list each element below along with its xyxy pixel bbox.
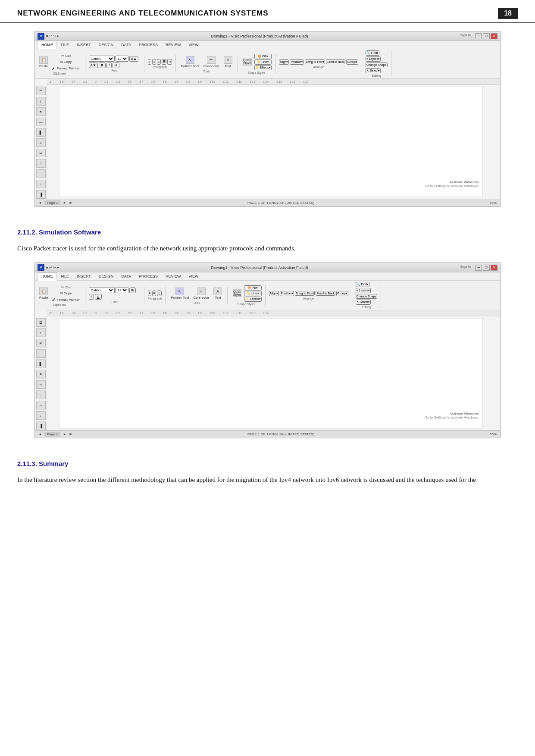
change-shape-button[interactable]: Change Shape — [366, 62, 388, 67]
window-controls[interactable]: Sign in ─ □ ✕ — [460, 33, 497, 39]
tab-design[interactable]: DESIGN — [95, 41, 118, 49]
panel-btn-10-2[interactable]: ↓ — [36, 411, 46, 420]
tab-data-2[interactable]: DATA — [117, 272, 135, 280]
bring-front-button-2[interactable]: Bring to Front — [295, 291, 315, 296]
close-button[interactable]: ✕ — [491, 33, 497, 39]
panel-btn-3-2[interactable]: ✳ — [36, 339, 46, 347]
layers-button[interactable]: ≡ Layers▾ — [366, 56, 381, 62]
connector-button[interactable]: ⊢ Connector — [202, 55, 221, 69]
page-prev-icon-2[interactable]: ◄ — [38, 432, 42, 436]
panel-btn-10[interactable]: ↓ — [36, 180, 46, 188]
panel-btn-2-2[interactable]: i — [36, 328, 46, 337]
find-button-2[interactable]: 🔍 Find▾ — [356, 282, 370, 287]
maximize-button[interactable]: □ — [483, 33, 490, 39]
add-page-icon[interactable]: ⊕ — [69, 201, 72, 205]
underline-button[interactable]: U — [113, 62, 119, 68]
align-right-button[interactable]: ≡ — [157, 59, 161, 65]
minimize-button-2[interactable]: ─ — [475, 265, 482, 271]
panel-btn-9[interactable]: ··· — [36, 169, 46, 178]
align-left-button[interactable]: ≡ — [148, 59, 152, 65]
panel-btn-11-2[interactable]: ▐ — [36, 422, 46, 430]
panel-btn-7-2[interactable]: ═ — [36, 380, 46, 389]
select-button[interactable]: ↖ Select▾ — [366, 68, 381, 73]
text-tool-button[interactable]: A Text — [222, 55, 234, 69]
page-next-icon[interactable]: ► — [63, 201, 66, 205]
tab-insert-2[interactable]: INSERT — [73, 272, 95, 280]
find-button[interactable]: 🔍 Find▾ — [366, 50, 380, 56]
font-shrink-button[interactable]: A▼ — [89, 62, 98, 68]
font-selector-2[interactable]: Calibri — [89, 287, 115, 293]
panel-btn-4-2[interactable]: — — [36, 349, 46, 358]
window-controls-2[interactable]: Sign in ─ □ ✕ — [460, 265, 497, 271]
align-button[interactable]: Align▾ — [279, 59, 289, 65]
close-button-2[interactable]: ✕ — [491, 265, 497, 271]
position-button[interactable]: Position▾ — [290, 59, 304, 65]
effects-button-2[interactable]: ✨ Effects▾ — [244, 297, 261, 302]
bold-button-2[interactable]: B — [129, 287, 136, 293]
bullet-button[interactable]: ☰ — [162, 59, 166, 65]
panel-btn-2[interactable]: i — [36, 97, 46, 106]
connector-button-2[interactable]: ⊢ Connector — [191, 287, 211, 300]
group-button[interactable]: Group▾ — [346, 59, 358, 65]
panel-btn-5-2[interactable]: ▌ — [36, 359, 46, 368]
paste-button-2[interactable]: 📋 Paste — [38, 287, 50, 300]
tab-home-2[interactable]: HOME — [38, 272, 57, 281]
tab-data[interactable]: DATA — [117, 41, 135, 49]
sign-in-text[interactable]: Sign in — [460, 33, 471, 39]
page-tab-2[interactable]: Page 1 — [44, 432, 60, 437]
panel-btn-8-2[interactable]: ⋮ — [36, 390, 46, 399]
panel-btn-11[interactable]: ▐ — [36, 190, 46, 199]
quick-styles-button[interactable]: QuickStyles — [241, 57, 253, 67]
tab-insert[interactable]: INSERT — [73, 41, 95, 49]
line-button-2[interactable]: 📏 Line▾ — [244, 291, 261, 296]
line-button[interactable]: 📏 Line▾ — [254, 59, 272, 65]
send-back-button[interactable]: Send to Back — [326, 59, 346, 64]
panel-btn-9-2[interactable]: ··· — [36, 401, 46, 409]
panel-btn-8[interactable]: ⋮ — [36, 159, 46, 168]
tab-process-2[interactable]: PROCESS — [135, 272, 162, 280]
panel-btn-1[interactable]: ☰ — [36, 87, 46, 95]
copy-button-2[interactable]: ⧉ Copy — [50, 291, 81, 297]
select-button-2[interactable]: ↖ Select▾ — [356, 300, 371, 305]
send-back-button-2[interactable]: Send to Back — [316, 291, 335, 296]
text-tool-button-2[interactable]: A Text — [212, 287, 224, 300]
cut-button[interactable]: ✂ Cut — [50, 53, 81, 59]
align-center-button[interactable]: ≡ — [152, 59, 156, 65]
tab-design-2[interactable]: DESIGN — [95, 272, 118, 280]
panel-btn-7[interactable]: ═ — [36, 149, 46, 157]
tab-review[interactable]: REVIEW — [162, 41, 185, 49]
effects-button[interactable]: ✨ Effects▾ — [254, 65, 272, 70]
align-button-2[interactable]: Align▾ — [269, 291, 279, 296]
font-selector[interactable]: Calibri — [89, 56, 115, 62]
panel-btn-6-2[interactable]: ≡ — [36, 370, 46, 378]
font-grow-button[interactable]: A▲ — [129, 56, 138, 62]
add-page-icon-2[interactable]: ⊕ — [69, 432, 72, 436]
panel-btn-6[interactable]: ≡ — [36, 138, 46, 147]
pointer-tool-button-2[interactable]: ↖ Pointer Tool — [169, 287, 191, 300]
paste-button[interactable]: 📋 Paste — [38, 55, 50, 69]
bring-front-button[interactable]: Bring to Front — [305, 59, 325, 64]
format-painter-button-2[interactable]: 🖌 Format Painter — [50, 297, 81, 303]
bullet-button-2[interactable]: ☰ — [157, 291, 162, 296]
sign-in-text-2[interactable]: Sign in — [460, 265, 471, 271]
page-next-icon-2[interactable]: ► — [63, 432, 66, 436]
panel-btn-1-2[interactable]: ☰ — [36, 318, 46, 327]
tab-view-2[interactable]: VIEW — [185, 272, 203, 280]
fill-button[interactable]: 🎨 Fill▾ — [254, 54, 272, 59]
panel-btn-3[interactable]: ✳ — [36, 107, 46, 116]
tab-review-2[interactable]: REVIEW — [162, 272, 185, 280]
position-button-2[interactable]: Position▾ — [280, 291, 294, 296]
tab-view[interactable]: VIEW — [185, 41, 203, 49]
tab-home[interactable]: HOME — [38, 41, 57, 49]
font-size-selector-2[interactable]: 12pt — [116, 287, 128, 293]
panel-btn-5[interactable]: ▌ — [36, 128, 46, 137]
tab-file[interactable]: FILE — [57, 41, 73, 49]
indent-button[interactable]: ⇥ — [167, 59, 172, 65]
minimize-button[interactable]: ─ — [475, 33, 482, 39]
tab-file-2[interactable]: FILE — [57, 272, 73, 280]
panel-btn-4[interactable]: — — [36, 118, 46, 126]
pointer-tool-button[interactable]: ↖ Pointer Tool — [179, 55, 201, 69]
page-prev-icon[interactable]: ◄ — [38, 201, 42, 205]
group-button-2[interactable]: Group▾ — [336, 291, 348, 296]
quick-styles-button-2[interactable]: QuickStyles — [231, 288, 243, 298]
